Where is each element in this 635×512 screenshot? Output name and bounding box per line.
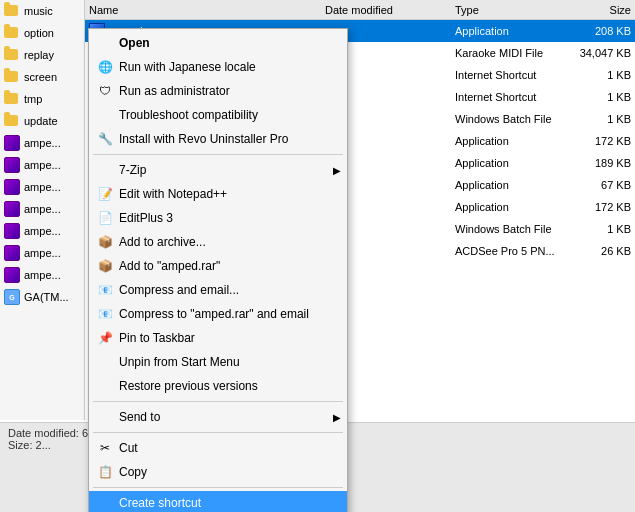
- file-list-header: Name Date modified Type Size: [85, 0, 635, 20]
- amped-icon: [4, 245, 20, 261]
- menu-item-restore-versions[interactable]: Restore previous versions: [89, 374, 347, 398]
- folder-label: option: [24, 27, 54, 39]
- ga-icon: G: [4, 289, 20, 305]
- menu-separator-2: [93, 401, 343, 402]
- file-size: 172 KB: [575, 201, 635, 213]
- email-icon: 📧: [97, 282, 113, 298]
- unpin-icon: [97, 354, 113, 370]
- folder-label: ampe...: [24, 203, 61, 215]
- amped-icon: [4, 135, 20, 151]
- file-size: 189 KB: [575, 157, 635, 169]
- globe-icon: 🌐: [97, 59, 113, 75]
- folder-amped-4[interactable]: ampe...: [0, 198, 84, 220]
- folder-music[interactable]: music: [0, 0, 84, 22]
- editplus-icon: 📄: [97, 210, 113, 226]
- menu-item-troubleshoot[interactable]: Troubleshoot compatibility: [89, 103, 347, 127]
- menu-item-run-admin[interactable]: 🛡 Run as administrator: [89, 79, 347, 103]
- menu-item-add-archive[interactable]: 📦 Add to archive...: [89, 230, 347, 254]
- menu-separator-4: [93, 487, 343, 488]
- menu-item-copy[interactable]: 📋 Copy: [89, 460, 347, 484]
- menu-separator-3: [93, 432, 343, 433]
- menu-label: Copy: [119, 465, 147, 479]
- file-size: 1 KB: [575, 69, 635, 81]
- folder-label: ampe...: [24, 159, 61, 171]
- file-type: Windows Batch File: [455, 113, 575, 125]
- file-type: Application: [455, 157, 575, 169]
- amped-icon: [4, 201, 20, 217]
- col-header-name: Name: [85, 4, 325, 16]
- menu-item-revo[interactable]: 🔧 Install with Revo Uninstaller Pro: [89, 127, 347, 151]
- menu-label: Install with Revo Uninstaller Pro: [119, 132, 288, 146]
- file-type: Application: [455, 25, 575, 37]
- folder-ga[interactable]: G GA(TM...: [0, 286, 84, 308]
- folder-amped-7[interactable]: ampe...: [0, 264, 84, 286]
- file-type: Internet Shortcut: [455, 69, 575, 81]
- folder-icon: [4, 47, 20, 63]
- submenu-arrow-icon: ▶: [333, 412, 341, 423]
- shield-icon: 🛡: [97, 83, 113, 99]
- menu-item-open[interactable]: Open: [89, 31, 347, 55]
- folder-screen[interactable]: screen: [0, 66, 84, 88]
- email2-icon: 📧: [97, 306, 113, 322]
- amped-icon: [4, 179, 20, 195]
- menu-item-pin-taskbar[interactable]: 📌 Pin to Taskbar: [89, 326, 347, 350]
- menu-item-add-amped-rar[interactable]: 📦 Add to "amped.rar": [89, 254, 347, 278]
- folder-label: ampe...: [24, 181, 61, 193]
- menu-item-compress-rar-email[interactable]: 📧 Compress to "amped.rar" and email: [89, 302, 347, 326]
- folder-update[interactable]: update: [0, 110, 84, 132]
- folder-tmp[interactable]: tmp: [0, 88, 84, 110]
- amped-icon: [4, 157, 20, 173]
- menu-item-compress-email[interactable]: 📧 Compress and email...: [89, 278, 347, 302]
- folder-label: GA(TM...: [24, 291, 69, 303]
- troubleshoot-icon: [97, 107, 113, 123]
- amped-icon: [4, 223, 20, 239]
- menu-label: Edit with Notepad++: [119, 187, 227, 201]
- folder-replay[interactable]: replay: [0, 44, 84, 66]
- menu-label: Compress and email...: [119, 283, 239, 297]
- folder-amped-5[interactable]: ampe...: [0, 220, 84, 242]
- folder-label: ampe...: [24, 269, 61, 281]
- menu-label: Add to "amped.rar": [119, 259, 220, 273]
- menu-label: 7-Zip: [119, 163, 146, 177]
- menu-label: Run with Japanese locale: [119, 60, 256, 74]
- menu-item-create-shortcut[interactable]: Create shortcut: [89, 491, 347, 512]
- menu-label: Open: [119, 36, 150, 50]
- menu-label: Add to archive...: [119, 235, 206, 249]
- folder-label: ampe...: [24, 247, 61, 259]
- file-type: Karaoke MIDI File: [455, 47, 575, 59]
- file-size: 172 KB: [575, 135, 635, 147]
- copy-icon: 📋: [97, 464, 113, 480]
- file-size: 26 KB: [575, 245, 635, 257]
- folder-amped-2[interactable]: ampe...: [0, 154, 84, 176]
- menu-label: Unpin from Start Menu: [119, 355, 240, 369]
- menu-item-japanese-locale[interactable]: 🌐 Run with Japanese locale: [89, 55, 347, 79]
- folder-option[interactable]: option: [0, 22, 84, 44]
- menu-item-send-to[interactable]: Send to ▶: [89, 405, 347, 429]
- menu-item-notepadpp[interactable]: 📝 Edit with Notepad++: [89, 182, 347, 206]
- folder-label: music: [24, 5, 53, 17]
- shortcut-create-icon: [97, 495, 113, 511]
- menu-item-cut[interactable]: ✂ Cut: [89, 436, 347, 460]
- col-header-date: Date modified: [325, 4, 455, 16]
- package-icon: 📦: [97, 234, 113, 250]
- menu-label: Compress to "amped.rar" and email: [119, 307, 309, 321]
- send-icon: [97, 409, 113, 425]
- submenu-arrow-icon: ▶: [333, 165, 341, 176]
- file-type: ACDSee Pro 5 PN...: [455, 245, 575, 257]
- file-size: 208 KB: [575, 25, 635, 37]
- revo-icon: 🔧: [97, 131, 113, 147]
- menu-label: Cut: [119, 441, 138, 455]
- archive-icon: [97, 162, 113, 178]
- menu-label: Troubleshoot compatibility: [119, 108, 258, 122]
- menu-label: Create shortcut: [119, 496, 201, 510]
- folder-icon: [4, 3, 20, 19]
- menu-item-editplus[interactable]: 📄 EditPlus 3: [89, 206, 347, 230]
- folder-amped-6[interactable]: ampe...: [0, 242, 84, 264]
- menu-item-unpin-startmenu[interactable]: Unpin from Start Menu: [89, 350, 347, 374]
- menu-item-7zip[interactable]: 7-Zip ▶: [89, 158, 347, 182]
- folder-icon: [4, 91, 20, 107]
- folder-amped-3[interactable]: ampe...: [0, 176, 84, 198]
- amped-icon: [4, 267, 20, 283]
- folder-amped-1[interactable]: ampe...: [0, 132, 84, 154]
- file-size: 34,047 KB: [575, 47, 635, 59]
